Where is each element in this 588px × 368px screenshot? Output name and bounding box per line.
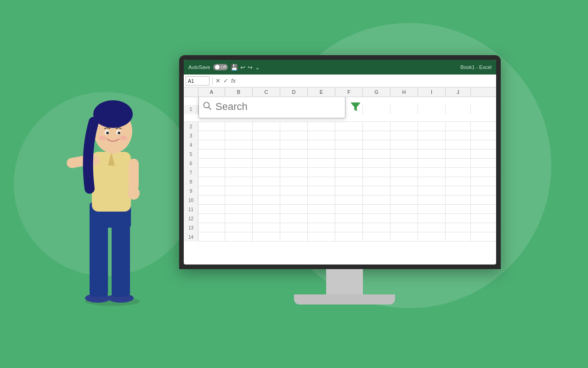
row-num-1: 1 <box>184 105 198 114</box>
col-header-e: E <box>308 87 335 97</box>
save-icon[interactable]: 💾 <box>231 64 238 71</box>
autosave-label: AutoSave <box>188 64 210 70</box>
grid-row-1: 1 <box>184 97 496 122</box>
col-header-b: B <box>225 87 253 97</box>
col-header-g: G <box>363 87 390 97</box>
monitor-screen: AutoSave Off 💾 ↩ ↪ ⌄ Book1 - Excel <box>184 60 496 264</box>
formula-divider <box>212 77 213 85</box>
excel-title-left: AutoSave Off 💾 ↩ ↪ ⌄ <box>188 64 260 71</box>
row-num-6: 6 <box>184 159 198 168</box>
grid-row-9: 9 <box>184 186 496 196</box>
row-num-10: 10 <box>184 196 198 205</box>
monitor-neck <box>326 269 363 294</box>
grid-row-12: 12 <box>184 214 496 223</box>
filter-funnel-icon <box>350 101 362 113</box>
svg-point-11 <box>128 187 140 200</box>
grid-row-6: 6 <box>184 159 496 168</box>
character-illustration <box>44 60 181 308</box>
svg-rect-10 <box>129 159 139 191</box>
svg-point-20 <box>120 136 127 140</box>
row-num-5: 5 <box>184 150 198 159</box>
col-header-h: H <box>390 87 418 97</box>
col-header-d: D <box>280 87 308 97</box>
row-num-12: 12 <box>184 214 198 223</box>
svg-point-18 <box>118 132 120 134</box>
grid-row-7: 7 <box>184 168 496 177</box>
svg-point-14 <box>93 100 133 128</box>
row-num-header <box>184 87 198 97</box>
col-header-c: C <box>253 87 280 97</box>
row-num-9: 9 <box>184 186 198 196</box>
confirm-formula-icon[interactable]: ✓ <box>223 77 228 84</box>
insert-function-icon[interactable]: fx <box>231 77 236 84</box>
monitor-bezel: AutoSave Off 💾 ↩ ↪ ⌄ Book1 - Excel <box>179 55 501 269</box>
formula-input[interactable] <box>237 76 494 86</box>
excel-title: Book1 - Excel <box>436 64 492 70</box>
row-num-13: 13 <box>184 223 198 232</box>
row-num-8: 8 <box>184 177 198 186</box>
cell-h1[interactable] <box>390 105 418 114</box>
toggle-knob <box>215 65 220 69</box>
cell-reference-box[interactable]: A1 <box>186 76 209 86</box>
svg-rect-4 <box>112 216 130 297</box>
dropdown-icon[interactable]: ⌄ <box>255 64 260 71</box>
row-num-11: 11 <box>184 205 198 214</box>
filter-button[interactable] <box>345 97 366 117</box>
row-num-3: 3 <box>184 131 198 140</box>
row-num-4: 4 <box>184 140 198 150</box>
cell-i1[interactable] <box>418 105 446 114</box>
cancel-formula-icon[interactable]: ✕ <box>215 77 220 84</box>
cell-g1[interactable] <box>363 105 390 114</box>
grid-row-13: 13 <box>184 223 496 232</box>
redo-icon[interactable]: ↪ <box>248 64 253 71</box>
row-num-2: 2 <box>184 122 198 131</box>
grid-row-14: 14 <box>184 232 496 242</box>
row-num-7: 7 <box>184 168 198 177</box>
search-input[interactable] <box>215 101 342 113</box>
grid-row-2: 2 <box>184 122 496 131</box>
cell-a2[interactable] <box>198 122 225 131</box>
col-header-f: F <box>335 87 363 97</box>
svg-line-22 <box>209 107 211 109</box>
excel-titlebar: AutoSave Off 💾 ↩ ↪ ⌄ Book1 - Excel <box>184 60 496 75</box>
formula-icons: ✕ ✓ fx <box>215 77 236 84</box>
formula-bar: A1 ✕ ✓ fx <box>184 75 496 87</box>
cell-j1[interactable] <box>446 105 471 114</box>
autosave-off-label: Off <box>221 65 226 69</box>
search-magnifier-icon <box>203 101 212 113</box>
col-header-j: J <box>446 87 471 97</box>
grid-row-11: 11 <box>184 205 496 214</box>
row-num-14: 14 <box>184 232 198 242</box>
undo-icon[interactable]: ↩ <box>240 64 245 71</box>
grid-row-4: 4 <box>184 140 496 150</box>
col-header-a: A <box>198 87 225 97</box>
grid-row-8: 8 <box>184 177 496 186</box>
toolbar-icons: 💾 ↩ ↪ ⌄ <box>231 64 260 71</box>
col-header-i: I <box>418 87 446 97</box>
grid-row-5: 5 <box>184 150 496 159</box>
svg-rect-3 <box>90 216 108 297</box>
monitor: AutoSave Off 💾 ↩ ↪ ⌄ Book1 - Excel <box>179 55 510 308</box>
cell-ref-value: A1 <box>188 78 194 84</box>
grid-body: 1 <box>184 97 496 264</box>
grid-row-10: 10 <box>184 196 496 205</box>
grid-row-3: 3 <box>184 131 496 140</box>
svg-point-17 <box>106 132 109 134</box>
monitor-base <box>294 294 395 305</box>
autosave-toggle[interactable]: Off <box>213 64 228 70</box>
search-box[interactable] <box>198 97 345 118</box>
spreadsheet-grid: A B C D E F G H I J 1 <box>184 87 496 264</box>
svg-point-19 <box>99 136 106 140</box>
column-headers: A B C D E F G H I J <box>184 87 496 97</box>
